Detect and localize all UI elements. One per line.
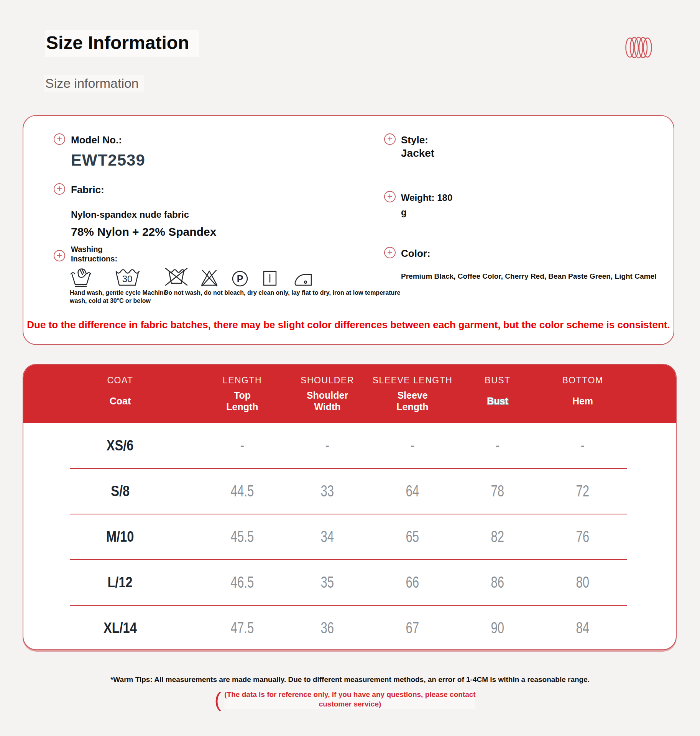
measurement-value: 80 — [576, 573, 590, 592]
color-options-value: Premium Black, Coffee Color, Cherry Red,… — [401, 272, 656, 281]
measurement-value: 36 — [321, 619, 334, 637]
column-header-bottom: BOTTOMHem — [540, 365, 625, 423]
fabric-description: Nylon-spandex nude fabric — [71, 209, 189, 220]
measurement-value: - — [581, 437, 585, 455]
measurement-value: 78 — [491, 482, 504, 501]
washing-icons-row: 30 P — [69, 266, 313, 288]
do-not-wash-icon — [164, 266, 189, 288]
drip-dry-icon — [262, 269, 278, 288]
table-row-xs-6: XS/6----- — [23, 423, 676, 468]
measurement-value: 84 — [576, 619, 590, 637]
measurement-value: 47.5 — [231, 619, 254, 637]
weight-unit: g — [401, 207, 407, 218]
measurement-value: 66 — [406, 573, 419, 592]
size-label: M/10 — [106, 529, 134, 545]
column-header-bust: BUSTBust — [455, 365, 540, 423]
measurement-value: 82 — [491, 528, 504, 546]
color-label: Color: — [401, 248, 431, 260]
iron-low-temp-icon — [292, 271, 313, 288]
plus-icon: + — [384, 133, 396, 145]
plus-icon: + — [54, 250, 65, 261]
plus-icon: + — [384, 191, 396, 202]
column-header-shoulder: SHOULDERShoulder Width — [285, 365, 370, 423]
measurement-value: 65 — [406, 528, 419, 546]
size-table: COATCoatLENGTHTop LengthSHOULDERShoulder… — [23, 364, 677, 650]
size-table-header: COATCoatLENGTHTop LengthSHOULDERShoulder… — [23, 365, 676, 423]
measurement-value: 33 — [321, 482, 334, 501]
dry-clean-letter: P — [237, 273, 243, 284]
reference-note-line2: customer service) — [224, 700, 475, 709]
plus-icon: + — [384, 247, 396, 258]
warm-tips-note: *Warm Tips: All measurements are made ma… — [0, 675, 700, 684]
machine-wash-30-icon: 30 — [114, 268, 141, 288]
measurement-value: 35 — [321, 573, 334, 592]
style-value: Jacket — [401, 147, 434, 159]
size-table-body: XS/6-----S/844.533647872M/1045.534658276… — [23, 423, 676, 650]
washing-instructions-label: Washing Instructions: — [71, 245, 140, 264]
table-row-s-8: S/844.533647872 — [23, 469, 676, 514]
reference-note-line1: (The data is for reference only, if you … — [224, 690, 475, 700]
page-title: Size Information — [45, 30, 199, 57]
plus-icon: + — [54, 183, 65, 195]
measurement-value: - — [411, 437, 414, 455]
size-information-page: Size Information Size information + Mode… — [0, 0, 700, 736]
fabric-composition: 78% Nylon + 22% Spandex — [71, 225, 216, 238]
measurement-value: 34 — [321, 528, 334, 546]
dry-clean-p-icon: P — [231, 270, 249, 288]
decorative-paren: ( — [214, 686, 221, 713]
plus-icon: + — [54, 133, 65, 145]
column-header-sleeve-length: SLEEVE LENGTHSleeve Length — [370, 365, 455, 423]
size-label: XL/14 — [104, 620, 137, 637]
column-header-length: LENGTHTop Length — [200, 365, 285, 423]
measurement-value: 90 — [491, 619, 504, 637]
measurement-value: 67 — [406, 619, 419, 637]
product-info-card: + Model No.: EWT2539 + Fabric: Nylon-spa… — [23, 115, 674, 345]
washing-caption-left: Hand wash, gentle cycle Machine wash, co… — [70, 289, 168, 305]
measurement-value: 72 — [576, 482, 590, 501]
measurement-value: - — [240, 437, 244, 455]
table-row-l-12: L/1246.535668680 — [23, 560, 676, 605]
table-row-xl-14: XL/1447.536679084 — [23, 606, 676, 650]
model-label: Model No.: — [71, 134, 122, 146]
measurement-value: 86 — [491, 573, 504, 592]
table-row-m-10: M/1045.534658276 — [23, 514, 676, 559]
fabric-label: Fabric: — [71, 184, 104, 196]
page-subtitle: Size information — [44, 75, 144, 92]
weight-label: Weight: 180 — [401, 192, 452, 203]
model-value: EWT2539 — [71, 151, 145, 169]
washing-caption-right: Do not wash, do not bleach, dry clean on… — [164, 289, 440, 297]
measurement-value: 76 — [576, 528, 590, 546]
measurement-value: 46.5 — [231, 573, 254, 592]
hand-wash-icon — [69, 268, 92, 288]
column-header-coat: COATCoat — [23, 365, 200, 423]
size-label: L/12 — [108, 574, 133, 591]
size-label: XS/6 — [107, 437, 134, 454]
reference-note: ( (The data is for reference only, if yo… — [224, 690, 475, 709]
style-label: Style: — [401, 134, 428, 146]
measurement-value: 64 — [406, 482, 419, 501]
measurement-value: 45.5 — [231, 528, 254, 546]
do-not-bleach-icon — [199, 268, 220, 288]
wash-temp-label: 30 — [122, 274, 133, 284]
fabric-batch-disclaimer: Due to the difference in fabric batches,… — [23, 319, 674, 331]
measurement-value: - — [496, 437, 500, 455]
measurement-value: - — [325, 437, 329, 455]
size-label: S/8 — [111, 483, 130, 500]
coil-logo-icon — [625, 34, 652, 61]
measurement-value: 44.5 — [231, 482, 254, 501]
